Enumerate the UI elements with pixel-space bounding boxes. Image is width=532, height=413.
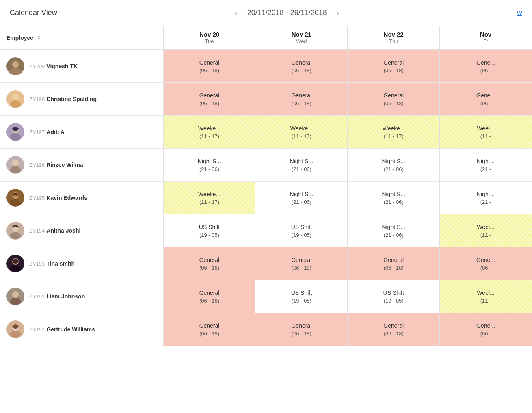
shift-cell-ZY191-day1[interactable]: General(06 - 18) xyxy=(255,313,348,346)
shift-cell-ZY192-day3[interactable]: Weel...(11 - xyxy=(440,280,532,313)
shift-cell-ZY197-day0[interactable]: Weeke...(11 - 17) xyxy=(163,116,255,149)
shift-cell-ZY200-day0[interactable]: General(06 - 18) xyxy=(163,50,255,83)
employee-name: ZY194Anitha Joshi xyxy=(29,227,80,234)
shift-cell-ZY193-day1[interactable]: General(06 - 18) xyxy=(255,247,348,280)
table-row: ZY196Rinzee WilmaNight S...(21 - 06)Nigh… xyxy=(0,149,532,182)
shift-time: (21 - xyxy=(480,199,491,205)
shift-cell-ZY196-day2[interactable]: Night S...(21 - 06) xyxy=(348,149,440,182)
shift-name: General xyxy=(291,257,311,263)
shift-block: Weel...(11 - xyxy=(440,280,532,313)
shift-time: (06 - 18) xyxy=(199,265,219,271)
shift-block: General(06 - 18) xyxy=(348,83,439,115)
employee-name: ZY200Vignesh TK xyxy=(29,63,78,69)
shift-time: (19 - 05) xyxy=(384,298,404,304)
col-nov21-date: Nov 21 xyxy=(259,31,344,38)
prev-arrow[interactable]: ‹ xyxy=(231,6,241,19)
shift-time: (21 - 06) xyxy=(384,199,404,205)
shift-cell-ZY191-day2[interactable]: General(06 - 18) xyxy=(348,313,440,346)
shift-cell-ZY194-day3[interactable]: Weel...(11 - xyxy=(440,214,532,247)
next-arrow[interactable]: › xyxy=(333,6,343,19)
shift-time: (11 - 17) xyxy=(384,133,404,139)
shift-block: General(06 - 18) xyxy=(348,313,439,346)
employee-name: ZY193Tina smith xyxy=(29,260,75,267)
shift-cell-ZY196-day3[interactable]: Night...(21 - xyxy=(440,149,532,182)
shift-cell-ZY196-day1[interactable]: Night S...(21 - 06) xyxy=(255,149,348,182)
svg-point-5 xyxy=(10,100,21,108)
employee-info: ZY198Christine Spalding xyxy=(6,90,157,108)
shift-time: (19 - 05) xyxy=(292,232,311,238)
shift-cell-ZY192-day2[interactable]: US Shift(19 - 05) xyxy=(348,280,440,313)
col-nov20-date: Nov 20 xyxy=(167,31,252,38)
shift-time: (06 - xyxy=(480,331,491,337)
shift-cell-ZY196-day0[interactable]: Night S...(21 - 06) xyxy=(163,149,255,182)
shift-cell-ZY200-day2[interactable]: General(06 - 18) xyxy=(348,50,440,83)
shift-cell-ZY193-day0[interactable]: General(06 - 18) xyxy=(163,247,255,280)
shift-time: (19 - 05) xyxy=(199,232,219,238)
shift-cell-ZY194-day1[interactable]: US Shift(19 - 05) xyxy=(255,214,348,247)
svg-point-10 xyxy=(12,160,19,166)
svg-point-14 xyxy=(10,199,21,206)
sort-icon[interactable] xyxy=(37,35,41,40)
shift-time: (21 - xyxy=(480,166,491,172)
shift-block: Gene...(06 - xyxy=(440,247,532,280)
shift-block: Night S...(21 - 06) xyxy=(164,149,255,181)
shift-block: General(06 - 18) xyxy=(164,50,255,82)
shift-time: (06 - 18) xyxy=(384,67,404,74)
shift-cell-ZY197-day2[interactable]: Weeke...(11 - 17) xyxy=(348,116,440,149)
shift-cell-ZY195-day3[interactable]: Night...(21 - xyxy=(440,182,532,214)
shift-name: Night S... xyxy=(290,191,314,197)
shift-time: (06 - 18) xyxy=(292,100,311,106)
employee-info: ZY196Rinzee Wilma xyxy=(6,156,157,174)
employee-info: ZY194Anitha Joshi xyxy=(6,222,157,240)
shift-cell-ZY197-day3[interactable]: Weel...(11 - xyxy=(440,116,532,149)
shift-name: Night... xyxy=(477,191,495,197)
shift-name: General xyxy=(291,92,311,99)
shift-name: US Shift xyxy=(199,224,220,230)
shift-cell-ZY200-day3[interactable]: Gene...(06 - xyxy=(440,50,532,83)
view-link[interactable]: W xyxy=(517,10,522,16)
shift-time: (11 - xyxy=(480,232,491,238)
shift-name: General xyxy=(291,322,311,329)
shift-name: Weeke... xyxy=(198,125,221,132)
shift-name: Night S... xyxy=(382,191,405,197)
employee-cell-ZY196: ZY196Rinzee Wilma xyxy=(0,149,163,182)
shift-cell-ZY194-day2[interactable]: Night S...(21 - 06) xyxy=(348,214,440,247)
shift-cell-ZY195-day1[interactable]: Night S...(21 - 06) xyxy=(255,182,348,214)
table-row: ZY191Gertrude WilliamsGeneral(06 - 18)Ge… xyxy=(0,313,532,346)
shift-cell-ZY198-day1[interactable]: General(06 - 18) xyxy=(255,83,348,116)
employee-label: Employee xyxy=(6,35,33,41)
shift-cell-ZY197-day1[interactable]: Weeke...(11 - 17) xyxy=(255,116,348,149)
shift-cell-ZY192-day1[interactable]: US Shift(19 - 05) xyxy=(255,280,348,313)
shift-time: (21 - 06) xyxy=(292,199,311,205)
shift-block: Night S...(21 - 06) xyxy=(255,182,347,214)
shift-name: General xyxy=(383,257,404,263)
shift-cell-ZY198-day0[interactable]: General(06 - 18) xyxy=(163,83,255,116)
shift-cell-ZY194-day0[interactable]: US Shift(19 - 05) xyxy=(163,214,255,247)
avatar xyxy=(6,320,24,338)
shift-time: (21 - 06) xyxy=(292,166,311,172)
table-row: ZY192Liam JohnsonGeneral(06 - 18)US Shif… xyxy=(0,280,532,313)
employee-cell-ZY191: ZY191Gertrude Williams xyxy=(0,313,163,346)
shift-cell-ZY195-day2[interactable]: Night S...(21 - 06) xyxy=(348,182,440,214)
shift-block: General(06 - 18) xyxy=(255,83,347,115)
shift-cell-ZY200-day1[interactable]: General(06 - 18) xyxy=(255,50,348,83)
svg-point-26 xyxy=(10,331,21,338)
shift-cell-ZY198-day2[interactable]: General(06 - 18) xyxy=(348,83,440,116)
calendar-table: Employee Nov 20 Tue Nov 21 Wed xyxy=(0,26,532,346)
shift-name: General xyxy=(199,290,220,296)
shift-block: Night...(21 - xyxy=(440,182,532,214)
shift-name: Weel... xyxy=(477,224,494,230)
shift-block: Weeke...(11 - 17) xyxy=(348,116,439,148)
shift-cell-ZY191-day3[interactable]: Gene...(06 - xyxy=(440,313,532,346)
shift-cell-ZY198-day3[interactable]: Gene...(06 - xyxy=(440,83,532,116)
shift-cell-ZY191-day0[interactable]: General(06 - 18) xyxy=(163,313,255,346)
avatar xyxy=(6,123,24,141)
shift-cell-ZY192-day0[interactable]: General(06 - 18) xyxy=(163,280,255,313)
shift-cell-ZY195-day0[interactable]: Weeke...(11 - 17) xyxy=(163,182,255,214)
avatar xyxy=(6,255,24,272)
shift-time: (19 - 05) xyxy=(292,298,311,304)
table-row: ZY200Vignesh TKGeneral(06 - 18)General(0… xyxy=(0,50,532,83)
shift-cell-ZY193-day2[interactable]: General(06 - 18) xyxy=(348,247,440,280)
shift-block: General(06 - 18) xyxy=(255,247,347,280)
shift-cell-ZY193-day3[interactable]: Gene...(06 - xyxy=(440,247,532,280)
